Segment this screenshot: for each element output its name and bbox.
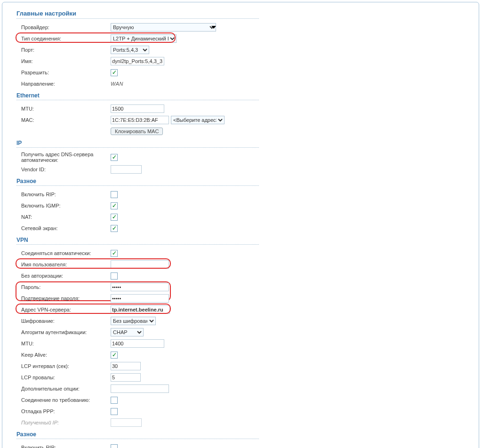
pass-input[interactable] xyxy=(111,283,169,291)
vendor-input[interactable] xyxy=(111,165,142,174)
vpn-server-label: Адрес VPN-сервера: xyxy=(21,307,111,312)
name-input[interactable] xyxy=(111,57,164,65)
igmp-checkbox[interactable] xyxy=(111,202,118,209)
row-lcpi: LCP интервал (сек): xyxy=(21,360,472,372)
rip2-checkbox[interactable] xyxy=(111,444,118,448)
eth-mtu-input[interactable] xyxy=(111,104,164,113)
row-keep: Keep Alive: xyxy=(21,349,472,360)
lcpi-label: LCP интервал (сек): xyxy=(21,363,111,369)
mac-input[interactable] xyxy=(111,116,169,124)
vpn-mtu-label: MTU: xyxy=(21,341,111,346)
lcpf-label: LCP провалы: xyxy=(21,375,111,380)
section-misc2: Разное xyxy=(16,428,259,439)
vpn-mtu-input[interactable] xyxy=(111,339,164,348)
row-rip2: Включить RIP: xyxy=(21,442,472,448)
lcpf-input[interactable] xyxy=(111,373,141,382)
gotip-label: Полученный IP: xyxy=(21,420,111,425)
pppdbg-label: Отладка PPP: xyxy=(21,408,111,414)
eth-mac-label: MAC: xyxy=(21,117,111,123)
vpn-user-input[interactable] xyxy=(111,260,169,269)
xopts-label: Дополнительные опции: xyxy=(21,386,111,392)
eth-mtu-label: MTU: xyxy=(21,106,111,112)
allow-checkbox[interactable] xyxy=(111,69,118,76)
row-noauth: Без авторизации: xyxy=(21,270,472,281)
section-main: Главные настройки xyxy=(16,7,259,19)
vpn-server-input[interactable] xyxy=(111,305,170,314)
pppdbg-checkbox[interactable] xyxy=(111,408,118,415)
row-eth-mtu: MTU: xyxy=(21,103,472,114)
row-gotip: Полученный IP: xyxy=(21,417,472,428)
nat-label: NAT: xyxy=(21,214,111,220)
mac-select[interactable]: <Выберите адрес> xyxy=(171,116,225,124)
dns-auto-checkbox[interactable] xyxy=(111,154,118,161)
dns-auto-label: Получить адрес DNS-сервера автоматически… xyxy=(21,152,111,163)
row-enc: Шифрование: Без шифрования xyxy=(21,315,472,327)
row-provider: Провайдер: Вручную xyxy=(21,22,472,33)
row-lcpf: LCP провалы: xyxy=(21,372,472,383)
row-vpn-server: Адрес VPN-сервера: xyxy=(21,304,472,315)
row-direction: Направление: WAN xyxy=(21,78,472,89)
row-xopts: Дополнительные опции: xyxy=(21,383,472,394)
pass-label: Пароль: xyxy=(21,284,111,290)
lcpi-input[interactable] xyxy=(111,362,141,370)
row-ondemand: Соединение по требованию: xyxy=(21,394,472,406)
conn-type-select[interactable]: L2TP + Динамический IP xyxy=(111,34,177,43)
enc-label: Шифрование: xyxy=(21,318,111,324)
row-dns-auto: Получить адрес DNS-сервера автоматически… xyxy=(21,151,472,164)
keep-checkbox[interactable] xyxy=(111,352,118,359)
vendor-label: Vendor ID: xyxy=(21,167,111,172)
provider-select[interactable]: Вручную xyxy=(111,23,216,32)
rip2-label: Включить RIP: xyxy=(21,445,111,448)
row-rip: Включить RIP: xyxy=(21,189,472,200)
port-select[interactable]: Ports:5,4,3 xyxy=(111,46,149,54)
vpn-user-label: Имя пользователя: xyxy=(21,262,111,267)
section-misc: Разное xyxy=(16,175,259,186)
allow-label: Разрешить: xyxy=(21,70,111,75)
gotip-input xyxy=(111,418,142,427)
noauth-checkbox[interactable] xyxy=(111,272,118,280)
section-vpn: VPN xyxy=(16,234,259,245)
row-allow: Разрешить: xyxy=(21,67,472,78)
keep-label: Keep Alive: xyxy=(21,352,111,358)
row-fw: Сетевой экран: xyxy=(21,223,472,234)
row-vpn-auto: Соединяться автоматически: xyxy=(21,248,472,259)
enc-select[interactable]: Без шифрования xyxy=(111,317,156,325)
ondemand-label: Соединение по требованию: xyxy=(21,397,111,403)
row-vendor-id: Vendor ID: xyxy=(21,164,472,175)
xopts-input[interactable] xyxy=(111,384,169,393)
row-clone-mac: Клонировать MAC xyxy=(21,126,472,137)
row-nat: NAT: xyxy=(21,211,472,223)
row-pppdbg: Отладка PPP: xyxy=(21,406,472,417)
section-ip: IP xyxy=(16,137,259,148)
nat-checkbox[interactable] xyxy=(111,214,118,221)
port-label: Порт: xyxy=(21,47,111,53)
direction-label: Направление: xyxy=(21,81,111,87)
row-auth: Алгоритм аутентификации: CHAP xyxy=(21,327,472,338)
pass2-label: Подтверждение пароля: xyxy=(21,296,111,301)
row-pass2: Подтверждение пароля: xyxy=(21,293,472,304)
chevron-down-icon xyxy=(211,26,216,29)
row-vpn-user: Имя пользователя: xyxy=(21,259,472,270)
direction-value: WAN xyxy=(111,81,123,87)
fw-checkbox[interactable] xyxy=(111,225,118,232)
row-name: Имя: xyxy=(21,56,472,67)
row-pass: Пароль: xyxy=(21,281,472,293)
rip-label: Включить RIP: xyxy=(21,192,111,197)
name-label: Имя: xyxy=(21,58,111,64)
auth-select[interactable]: CHAP xyxy=(111,328,144,336)
rip-checkbox[interactable] xyxy=(111,191,118,198)
section-ethernet: Ethernet xyxy=(16,89,259,100)
clone-mac-button[interactable]: Клонировать MAC xyxy=(111,128,163,135)
vpn-auto-checkbox[interactable] xyxy=(111,250,118,257)
row-eth-mac: MAC: <Выберите адрес> xyxy=(21,114,472,126)
row-vpn-mtu: MTU: xyxy=(21,338,472,349)
provider-label: Провайдер: xyxy=(21,24,111,30)
igmp-label: Включить IGMP: xyxy=(21,203,111,208)
pass2-input[interactable] xyxy=(111,294,169,303)
vpn-auto-label: Соединяться автоматически: xyxy=(21,250,111,256)
ondemand-checkbox[interactable] xyxy=(111,397,118,404)
row-igmp: Включить IGMP: xyxy=(21,200,472,211)
noauth-label: Без авторизации: xyxy=(21,273,111,279)
conn-type-label: Тип соединения: xyxy=(21,36,111,41)
fw-label: Сетевой экран: xyxy=(21,225,111,231)
